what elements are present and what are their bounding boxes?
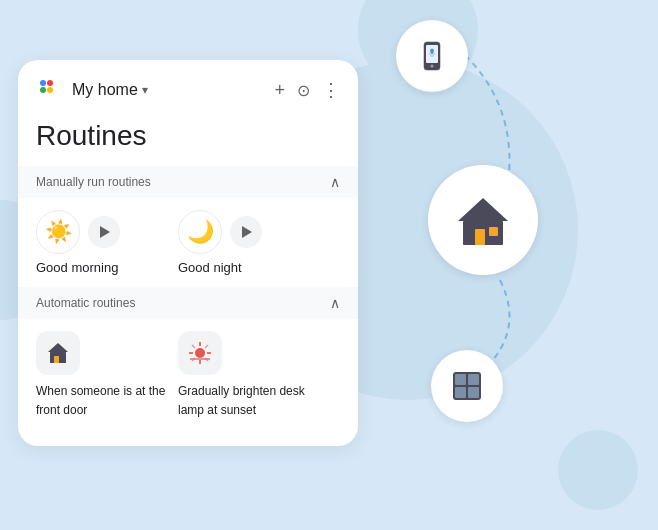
- auto-section-label: Automatic routines: [36, 296, 330, 310]
- svg-rect-5: [475, 229, 485, 245]
- night-play-button[interactable]: [230, 216, 262, 248]
- front-door-icon: [36, 331, 80, 375]
- routine-item-good-morning: ☀️ Good morning: [36, 210, 166, 275]
- morning-icon: ☀️: [36, 210, 80, 254]
- svg-point-2: [431, 65, 434, 68]
- svg-point-15: [47, 87, 53, 93]
- svg-rect-11: [468, 387, 479, 398]
- chevron-down-icon[interactable]: ▾: [142, 83, 148, 97]
- home-brand-icon: [36, 76, 64, 104]
- morning-routine-name: Good morning: [36, 260, 118, 275]
- morning-play-button[interactable]: [88, 216, 120, 248]
- auto-routine-front-door: When someone is at the front door: [36, 331, 166, 418]
- routine-icon-row-night: 🌙: [178, 210, 308, 254]
- svg-rect-6: [489, 227, 498, 236]
- manual-section-chevron[interactable]: ∧: [330, 174, 340, 190]
- auto-section-chevron[interactable]: ∧: [330, 295, 340, 311]
- svg-point-13: [47, 80, 53, 86]
- play-triangle-morning: [100, 226, 110, 238]
- svg-line-26: [205, 345, 208, 348]
- settings-button[interactable]: ⊙: [297, 81, 310, 100]
- page-title: Routines: [18, 112, 358, 166]
- add-button[interactable]: +: [274, 80, 285, 101]
- front-door-routine-name: When someone is at the front door: [36, 384, 165, 417]
- svg-point-19: [195, 348, 205, 358]
- svg-rect-10: [455, 387, 466, 398]
- svg-point-14: [40, 87, 46, 93]
- svg-rect-9: [468, 374, 479, 385]
- svg-marker-16: [48, 343, 68, 352]
- night-routine-name: Good night: [178, 260, 242, 275]
- card-header: My home ▾ + ⊙ ⋮: [18, 60, 358, 112]
- svg-point-12: [40, 80, 46, 86]
- phone-icon-node: [396, 20, 468, 92]
- night-icon: 🌙: [178, 210, 222, 254]
- auto-routine-lamp: Gradually brighten desk lamp at sunset: [178, 331, 308, 418]
- manual-routines-grid: ☀️ Good morning 🌙 Good night: [18, 198, 358, 287]
- routine-icon-row-morning: ☀️: [36, 210, 166, 254]
- svg-rect-8: [455, 374, 466, 385]
- svg-rect-18: [54, 356, 59, 363]
- tv-icon-node: [431, 350, 503, 422]
- play-triangle-night: [242, 226, 252, 238]
- auto-section-header: Automatic routines ∧: [18, 287, 358, 319]
- manual-section-header: Manually run routines ∧: [18, 166, 358, 198]
- bg-circle-bottom-right: [558, 430, 638, 510]
- auto-routines-grid: When someone is at the front door: [18, 319, 358, 430]
- svg-marker-3: [458, 198, 508, 221]
- routine-item-good-night: 🌙 Good night: [178, 210, 308, 275]
- home-label: My home: [72, 81, 138, 99]
- manual-section-label: Manually run routines: [36, 175, 330, 189]
- lamp-routine-name: Gradually brighten desk lamp at sunset: [178, 384, 305, 417]
- main-card: My home ▾ + ⊙ ⋮ Routines Manually run ro…: [18, 60, 358, 446]
- sunset-lamp-icon: [178, 331, 222, 375]
- more-options-button[interactable]: ⋮: [322, 79, 340, 101]
- house-icon-node: [428, 165, 538, 275]
- svg-line-24: [192, 345, 195, 348]
